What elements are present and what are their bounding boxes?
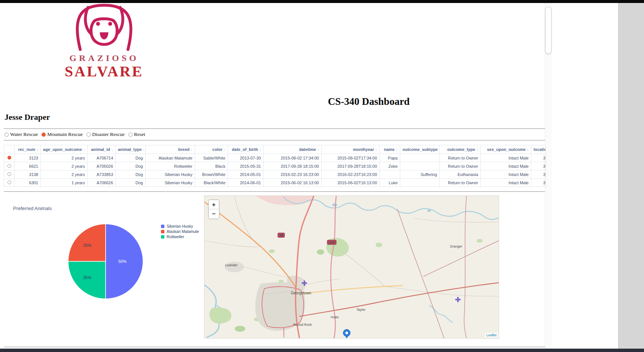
column-header-breed[interactable]: breed↕ bbox=[146, 145, 195, 154]
sort-icon[interactable]: ↕ bbox=[83, 148, 85, 152]
divider bbox=[4, 347, 545, 348]
radio-icon[interactable] bbox=[4, 133, 9, 137]
sort-icon[interactable]: ↕ bbox=[191, 148, 192, 152]
pie-chart bbox=[66, 222, 145, 301]
filter-option-reset[interactable]: Reset bbox=[128, 131, 145, 137]
select-column-header bbox=[4, 145, 15, 154]
filter-option-label: Disaster Rescue bbox=[92, 131, 125, 137]
sort-icon[interactable]: ↕ bbox=[259, 148, 261, 152]
column-header-age_upon_outcome[interactable]: age_upon_outcome↕ bbox=[41, 145, 88, 154]
column-header-location_lat[interactable]: location_lat↕ bbox=[531, 145, 546, 154]
legend-swatch-icon bbox=[161, 230, 164, 233]
sort-icon[interactable]: ↕ bbox=[317, 148, 319, 152]
legend-swatch-icon bbox=[161, 225, 164, 228]
sort-icon[interactable]: ↕ bbox=[396, 148, 398, 152]
cell-date_of_birth: 2014-06-01 bbox=[228, 179, 264, 187]
column-header-outcome_subtype[interactable]: outcome_subtype↕ bbox=[400, 145, 440, 154]
filter-option-mountain-rescue[interactable]: Mountain Rescue bbox=[42, 131, 83, 137]
sort-icon[interactable]: ↕ bbox=[143, 148, 145, 152]
cell-rec_num: 3138 bbox=[15, 170, 41, 179]
cell-location_lat: 30.5 bbox=[531, 170, 546, 179]
column-header-date_of_birth[interactable]: date_of_birth↕ bbox=[228, 145, 264, 154]
column-header-monthyear[interactable]: monthyear↕ bbox=[322, 145, 380, 154]
logo-text-grazioso: GRAZIOSO bbox=[52, 53, 156, 63]
row-select-cell bbox=[4, 162, 15, 170]
leaflet-attribution-link[interactable]: Leaflet bbox=[485, 333, 498, 337]
pie-value-label: 50% bbox=[118, 259, 127, 264]
city-label-hutto: Hutto bbox=[331, 315, 339, 319]
table-row[interactable]: 31382 yearsA733853DogSiberian HuskyBrown… bbox=[4, 170, 546, 179]
sort-icon[interactable]: ↕ bbox=[36, 148, 38, 152]
logo-text-salvare: SALVARE bbox=[52, 63, 156, 80]
legend-swatch-icon bbox=[161, 235, 164, 239]
legend-item-siberian-husky[interactable]: Siberian Husky bbox=[161, 224, 199, 229]
zoom-out-button[interactable]: − bbox=[209, 209, 219, 219]
table-row[interactable]: 66212 yearsA705026DogRottweilerBlack2015… bbox=[4, 162, 546, 170]
cell-name: Luke bbox=[380, 179, 400, 187]
row-select-radio[interactable] bbox=[7, 164, 11, 168]
row-select-radio[interactable] bbox=[7, 180, 11, 184]
cell-animal_type: Dog bbox=[116, 179, 146, 187]
map[interactable]: 35130 LeanderGeorgetownRound RockHuttoTa… bbox=[204, 195, 499, 339]
sort-icon[interactable]: ↕ bbox=[375, 148, 377, 152]
column-header-outcome_type[interactable]: outcome_type↕ bbox=[440, 145, 481, 154]
filter-option-disaster-rescue[interactable]: Disaster Rescue bbox=[86, 131, 125, 137]
column-header-datetime[interactable]: datetime↕ bbox=[264, 145, 322, 154]
pie-value-label: 25% bbox=[83, 275, 91, 280]
page-title: CS-340 Dashboard bbox=[157, 96, 580, 107]
cell-color: Black/White bbox=[195, 179, 228, 187]
column-header-animal_type[interactable]: animal_type↕ bbox=[116, 145, 146, 154]
cell-location_lat: 30.4 bbox=[531, 154, 546, 162]
filter-option-label: Mountain Rescue bbox=[47, 131, 83, 137]
scrollbar-thumb[interactable] bbox=[545, 7, 552, 54]
cell-outcome_subtype: Suffering bbox=[400, 170, 440, 179]
cell-breed: Siberian Husky bbox=[146, 179, 195, 187]
sort-icon[interactable]: ↕ bbox=[476, 148, 478, 152]
divider bbox=[4, 191, 545, 192]
grazioso-salvare-logo: GRAZIOSO SALVARE bbox=[52, 2, 156, 80]
zoom-in-button[interactable]: + bbox=[209, 200, 219, 209]
cell-breed: Siberian Husky bbox=[146, 170, 195, 179]
filter-option-label: Water Rescue bbox=[10, 131, 38, 137]
map-tiles: 35130 LeanderGeorgetownRound RockHuttoTa… bbox=[204, 196, 499, 338]
radio-icon[interactable] bbox=[86, 133, 91, 137]
animals-table: rec_num↕age_upon_outcome↕animal_id↕anima… bbox=[4, 145, 546, 188]
column-header-name[interactable]: name↕ bbox=[380, 145, 400, 154]
column-header-rec_num[interactable]: rec_num↕ bbox=[15, 145, 41, 154]
legend-item-alaskan-malamute[interactable]: Alaskan Malamute bbox=[161, 229, 199, 234]
pie-chart-title: Preferred Animals bbox=[13, 206, 52, 211]
sort-icon[interactable]: ↕ bbox=[527, 148, 529, 152]
cell-animal_type: Dog bbox=[116, 162, 146, 170]
sort-icon[interactable]: ↕ bbox=[111, 148, 113, 152]
legend-item-rottweiler[interactable]: Rottweiler bbox=[161, 234, 199, 239]
row-select-radio[interactable] bbox=[7, 156, 11, 160]
cell-color: Black bbox=[195, 162, 228, 170]
filter-option-water-rescue[interactable]: Water Rescue bbox=[4, 131, 38, 137]
legend-label: Alaskan Malamute bbox=[167, 229, 199, 234]
divider bbox=[4, 140, 545, 141]
cell-outcome_subtype bbox=[400, 179, 440, 187]
dog-logo-icon bbox=[67, 2, 142, 52]
cell-outcome_type: Euthanasia bbox=[440, 170, 481, 179]
cell-outcome_type: Return to Owner bbox=[440, 179, 481, 187]
table-row[interactable]: 31232 yearsA706714DogAlaskan MalamuteSab… bbox=[4, 154, 546, 162]
column-header-sex_upon_outcome[interactable]: sex_upon_outcome↕ bbox=[481, 145, 531, 154]
city-label-round-rock: Round Rock bbox=[293, 323, 312, 327]
cell-age_upon_outcome: 2 years bbox=[41, 154, 88, 162]
cell-outcome_type: Return to Owner bbox=[440, 154, 481, 162]
author-name: Jesse Draper bbox=[4, 112, 50, 122]
filter-option-label: Reset bbox=[134, 131, 145, 137]
column-header-animal_id[interactable]: animal_id↕ bbox=[88, 145, 116, 154]
radio-icon[interactable] bbox=[128, 133, 133, 137]
cell-breed: Alaskan Malamute bbox=[146, 154, 195, 162]
column-header-color[interactable]: color↕ bbox=[195, 145, 228, 154]
cell-outcome_subtype bbox=[400, 154, 440, 162]
sort-icon[interactable]: ↕ bbox=[224, 148, 225, 152]
rescue-filter-radios: Water RescueMountain RescueDisaster Resc… bbox=[4, 131, 145, 137]
city-label-taylor: Taylor bbox=[356, 308, 365, 312]
cell-animal_type: Dog bbox=[116, 154, 146, 162]
cell-sex_upon_outcome: Intact Male bbox=[481, 154, 531, 162]
row-select-radio[interactable] bbox=[7, 172, 11, 176]
radio-icon[interactable] bbox=[42, 133, 46, 137]
table-row[interactable]: 63011 yearsA706626DogSiberian HuskyBlack… bbox=[4, 179, 546, 187]
